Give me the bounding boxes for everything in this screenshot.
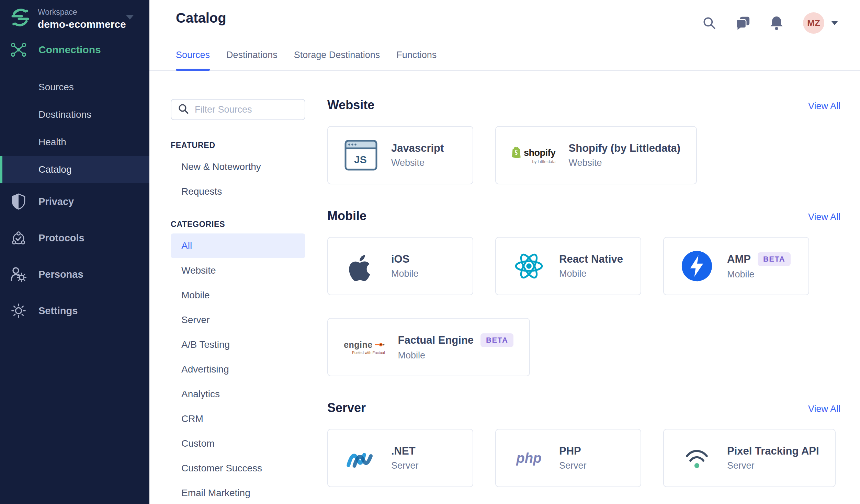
chat-icon[interactable] xyxy=(736,16,750,30)
card-grid: iOSMobileReact NativeMobileAMPBETAMobile… xyxy=(327,237,840,376)
sidebar-item-protocols[interactable]: Protocols xyxy=(0,220,149,256)
tab-destinations[interactable]: Destinations xyxy=(226,50,278,70)
featured-item-requests[interactable]: Requests xyxy=(171,179,305,204)
view-all-link[interactable]: View All xyxy=(808,209,840,225)
category-item-analytics[interactable]: Analytics xyxy=(171,382,305,406)
category-item-a-b-testing[interactable]: A/B Testing xyxy=(171,332,305,357)
view-all-link[interactable]: View All xyxy=(808,401,840,416)
factual-engine-icon: engineFueled with Factual xyxy=(344,340,385,355)
shield-icon xyxy=(10,193,27,210)
category-item-all[interactable]: All xyxy=(171,233,305,258)
section-website: WebsiteView AllJSJavascriptWebsiteshopif… xyxy=(327,93,840,184)
category-item-website[interactable]: Website xyxy=(171,258,305,283)
category-item-server[interactable]: Server xyxy=(171,308,305,332)
section-server: ServerView All.NETServerphpPHPServerPixe… xyxy=(327,396,840,487)
sidebar-item-sources[interactable]: Sources xyxy=(0,73,149,101)
card-text: .NETServer xyxy=(391,445,419,471)
section-mobile: MobileView AlliOSMobileReact NativeMobil… xyxy=(327,204,840,376)
user-menu: MZ xyxy=(803,12,838,34)
catalog-card-ios[interactable]: iOSMobile xyxy=(327,237,473,295)
catalog-card-javascript[interactable]: JSJavascriptWebsite xyxy=(327,126,473,184)
workspace-switcher[interactable]: Workspace demo-ecommerce xyxy=(0,0,149,36)
tab-sources[interactable]: Sources xyxy=(176,50,210,70)
card-title: AMPBETA xyxy=(727,252,791,266)
card-text: iOSMobile xyxy=(391,253,419,279)
card-text: React NativeMobile xyxy=(559,253,623,279)
card-category: Server xyxy=(559,460,587,471)
catalog-card-pixel-tracking-api[interactable]: Pixel Tracking APIServer xyxy=(663,429,836,487)
catalog-card-factual-engine[interactable]: engineFueled with FactualFactual EngineB… xyxy=(327,318,530,376)
connections-icon xyxy=(10,43,27,57)
featured-list: New & NoteworthyRequests xyxy=(171,154,305,204)
card-name: iOS xyxy=(391,253,409,265)
card-title: Factual EngineBETA xyxy=(398,333,514,347)
card-text: PHPServer xyxy=(559,445,587,471)
workspace-caret-down-icon[interactable] xyxy=(126,15,134,20)
catalog-card--net[interactable]: .NETServer xyxy=(327,429,473,487)
catalog-card-react-native[interactable]: React NativeMobile xyxy=(495,237,641,295)
sidebar-item-connections[interactable]: Connections xyxy=(0,38,149,61)
sidebar-item-label: Settings xyxy=(38,305,78,317)
category-list: AllWebsiteMobileServerA/B TestingAdverti… xyxy=(171,233,305,504)
filter-sources-box xyxy=(171,99,305,120)
category-item-mobile[interactable]: Mobile xyxy=(171,283,305,308)
section-header: WebsiteView All xyxy=(327,98,840,114)
card-name: Pixel Tracking API xyxy=(727,445,819,457)
javascript-browser-icon: JS xyxy=(344,140,378,171)
category-item-crm[interactable]: CRM xyxy=(171,406,305,431)
tab-storage-destinations[interactable]: Storage Destinations xyxy=(294,50,380,70)
sidebar-item-privacy[interactable]: Privacy xyxy=(0,183,149,220)
protocols-icon xyxy=(10,230,27,246)
card-name: PHP xyxy=(559,445,581,457)
card-category: Website xyxy=(391,158,444,168)
category-item-customer-success[interactable]: Customer Success xyxy=(171,456,305,481)
react-icon xyxy=(512,251,546,281)
sidebar-item-personas[interactable]: Personas xyxy=(0,256,149,293)
page-title: Catalog xyxy=(176,10,226,26)
featured-heading: FEATURED xyxy=(171,140,305,150)
card-title: .NET xyxy=(391,445,419,457)
bell-icon[interactable] xyxy=(769,16,784,30)
workspace-text: Workspace demo-ecommerce xyxy=(38,8,126,30)
view-all-link[interactable]: View All xyxy=(808,99,840,114)
catalog-card-php[interactable]: phpPHPServer xyxy=(495,429,641,487)
card-category: Mobile xyxy=(398,350,514,361)
page-header: Catalog SourcesDestinationsStorage Desti… xyxy=(149,0,860,71)
tab-functions[interactable]: Functions xyxy=(396,50,437,70)
sidebar-item-settings[interactable]: Settings xyxy=(0,293,149,329)
php-icon: php xyxy=(512,450,546,466)
sidebar-lower-nav: PrivacyProtocolsPersonasSettings xyxy=(0,183,149,329)
card-name: .NET xyxy=(391,445,416,457)
sidebar-item-health[interactable]: Health xyxy=(0,128,149,156)
section-header: ServerView All xyxy=(327,400,840,416)
search-icon[interactable] xyxy=(702,16,716,30)
card-name: Shopify (by Littledata) xyxy=(569,142,681,154)
user-menu-caret-down-icon[interactable] xyxy=(831,21,838,25)
workspace-name: demo-ecommerce xyxy=(38,19,126,30)
category-item-advertising[interactable]: Advertising xyxy=(171,357,305,382)
featured-item-new-noteworthy[interactable]: New & Noteworthy xyxy=(171,154,305,179)
catalog-card-shopify-by-littledata-[interactable]: shopifyby Little dataShopify (by Littled… xyxy=(495,126,697,184)
section-header: MobileView All xyxy=(327,208,840,225)
card-title: Pixel Tracking API xyxy=(727,445,819,457)
card-title: PHP xyxy=(559,445,587,457)
dotnet-icon xyxy=(344,447,378,469)
sidebar-item-catalog[interactable]: Catalog xyxy=(0,156,149,183)
card-name: Factual Engine xyxy=(398,334,474,346)
catalog-card-amp[interactable]: AMPBETAMobile xyxy=(663,237,809,295)
card-category: Website xyxy=(569,158,681,168)
gear-icon xyxy=(10,303,27,319)
card-title: React Native xyxy=(559,253,623,265)
category-item-email-marketing[interactable]: Email Marketing xyxy=(171,481,305,504)
filter-sources-input[interactable] xyxy=(195,104,298,115)
connections-subnav: SourcesDestinationsHealthCatalog xyxy=(0,73,149,183)
avatar[interactable]: MZ xyxy=(803,12,824,34)
card-name: Javascript xyxy=(391,142,444,154)
card-grid: JSJavascriptWebsiteshopifyby Little data… xyxy=(327,126,840,184)
card-text: Shopify (by Littledata)Website xyxy=(569,142,681,168)
sidebar-item-destinations[interactable]: Destinations xyxy=(0,101,149,128)
sidebar-item-label: Privacy xyxy=(38,196,74,207)
category-item-custom[interactable]: Custom xyxy=(171,431,305,456)
section-title: Mobile xyxy=(327,208,366,224)
card-grid: .NETServerphpPHPServerPixel Tracking API… xyxy=(327,429,840,487)
